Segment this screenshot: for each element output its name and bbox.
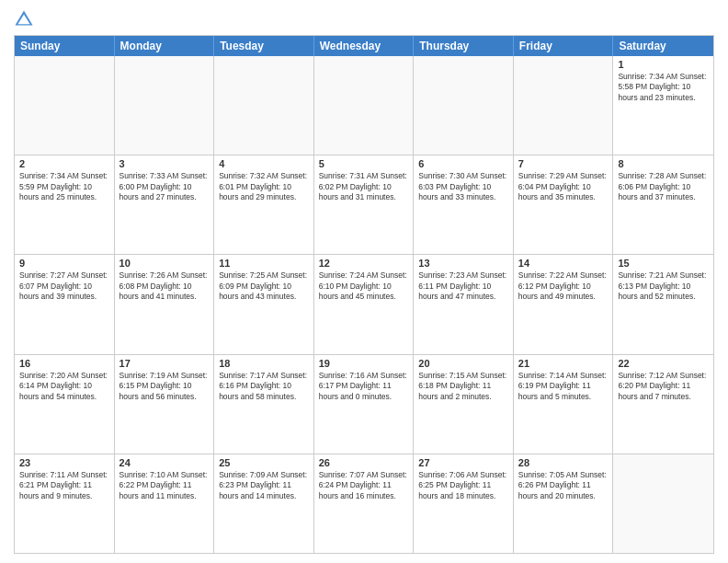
calendar-row: 1Sunrise: 7:34 AM Sunset: 5:58 PM Daylig… — [15, 56, 713, 155]
day-info: Sunrise: 7:34 AM Sunset: 5:58 PM Dayligh… — [618, 72, 709, 103]
day-info: Sunrise: 7:25 AM Sunset: 6:09 PM Dayligh… — [219, 270, 309, 302]
calendar-cell — [115, 56, 215, 155]
calendar-cell: 8Sunrise: 7:28 AM Sunset: 6:06 PM Daylig… — [613, 155, 713, 254]
calendar-cell: 1Sunrise: 7:34 AM Sunset: 5:58 PM Daylig… — [613, 56, 713, 155]
day-number: 25 — [219, 457, 309, 468]
calendar-cell: 13Sunrise: 7:23 AM Sunset: 6:11 PM Dayli… — [414, 255, 514, 353]
day-number: 19 — [319, 358, 409, 369]
calendar-row: 23Sunrise: 7:11 AM Sunset: 6:21 PM Dayli… — [15, 454, 713, 553]
day-number: 11 — [219, 258, 309, 269]
day-number: 16 — [19, 358, 109, 369]
day-number: 2 — [19, 158, 109, 169]
day-info: Sunrise: 7:07 AM Sunset: 6:24 PM Dayligh… — [319, 470, 409, 501]
day-number: 13 — [418, 258, 508, 269]
day-number: 9 — [19, 258, 109, 269]
calendar-cell: 3Sunrise: 7:33 AM Sunset: 6:00 PM Daylig… — [115, 155, 215, 254]
day-number: 26 — [319, 457, 409, 468]
day-info: Sunrise: 7:06 AM Sunset: 6:25 PM Dayligh… — [418, 470, 508, 501]
calendar-cell: 2Sunrise: 7:34 AM Sunset: 5:59 PM Daylig… — [15, 155, 115, 254]
day-number: 18 — [219, 358, 309, 369]
day-info: Sunrise: 7:21 AM Sunset: 6:13 PM Dayligh… — [618, 270, 709, 302]
day-info: Sunrise: 7:20 AM Sunset: 6:14 PM Dayligh… — [19, 371, 109, 402]
day-info: Sunrise: 7:09 AM Sunset: 6:23 PM Dayligh… — [219, 470, 309, 501]
calendar-cell: 12Sunrise: 7:24 AM Sunset: 6:10 PM Dayli… — [314, 255, 415, 353]
calendar-cell: 23Sunrise: 7:11 AM Sunset: 6:21 PM Dayli… — [15, 454, 115, 553]
calendar-cell — [15, 56, 115, 155]
calendar-cell: 15Sunrise: 7:21 AM Sunset: 6:13 PM Dayli… — [613, 255, 713, 353]
calendar-cell: 4Sunrise: 7:32 AM Sunset: 6:01 PM Daylig… — [214, 155, 314, 254]
calendar-body: 1Sunrise: 7:34 AM Sunset: 5:58 PM Daylig… — [15, 56, 713, 553]
weekday-header: Thursday — [414, 36, 514, 56]
day-info: Sunrise: 7:22 AM Sunset: 6:12 PM Dayligh… — [518, 270, 609, 302]
day-info: Sunrise: 7:33 AM Sunset: 6:00 PM Dayligh… — [119, 171, 210, 202]
day-info: Sunrise: 7:34 AM Sunset: 5:59 PM Dayligh… — [19, 171, 109, 202]
calendar-cell: 11Sunrise: 7:25 AM Sunset: 6:09 PM Dayli… — [214, 255, 314, 353]
day-number: 5 — [319, 158, 409, 169]
calendar-cell: 18Sunrise: 7:17 AM Sunset: 6:16 PM Dayli… — [214, 355, 314, 454]
calendar-cell: 17Sunrise: 7:19 AM Sunset: 6:15 PM Dayli… — [115, 355, 215, 454]
day-info: Sunrise: 7:29 AM Sunset: 6:04 PM Dayligh… — [518, 171, 609, 202]
weekday-header: Monday — [115, 36, 215, 56]
calendar-cell: 5Sunrise: 7:31 AM Sunset: 6:02 PM Daylig… — [314, 155, 415, 254]
day-number: 20 — [418, 358, 508, 369]
calendar-cell — [214, 56, 314, 155]
day-number: 6 — [418, 158, 508, 169]
weekday-header: Sunday — [15, 36, 115, 56]
day-info: Sunrise: 7:27 AM Sunset: 6:07 PM Dayligh… — [19, 270, 109, 302]
day-info: Sunrise: 7:23 AM Sunset: 6:11 PM Dayligh… — [418, 270, 508, 302]
weekday-header: Tuesday — [214, 36, 314, 56]
day-number: 12 — [319, 258, 409, 269]
calendar-cell: 27Sunrise: 7:06 AM Sunset: 6:25 PM Dayli… — [414, 454, 514, 553]
calendar-cell: 16Sunrise: 7:20 AM Sunset: 6:14 PM Dayli… — [15, 355, 115, 454]
calendar-cell: 21Sunrise: 7:14 AM Sunset: 6:19 PM Dayli… — [514, 355, 614, 454]
day-number: 3 — [119, 158, 210, 169]
day-info: Sunrise: 7:28 AM Sunset: 6:06 PM Dayligh… — [618, 171, 709, 202]
calendar-cell: 22Sunrise: 7:12 AM Sunset: 6:20 PM Dayli… — [613, 355, 713, 454]
day-number: 7 — [518, 158, 609, 169]
calendar-cell — [613, 454, 713, 553]
day-info: Sunrise: 7:15 AM Sunset: 6:18 PM Dayligh… — [418, 371, 508, 402]
day-info: Sunrise: 7:12 AM Sunset: 6:20 PM Dayligh… — [618, 371, 709, 402]
calendar-cell: 20Sunrise: 7:15 AM Sunset: 6:18 PM Dayli… — [414, 355, 514, 454]
weekday-header: Wednesday — [314, 36, 415, 56]
day-number: 21 — [518, 358, 609, 369]
day-number: 17 — [119, 358, 210, 369]
day-info: Sunrise: 7:14 AM Sunset: 6:19 PM Dayligh… — [518, 371, 609, 402]
calendar-cell — [314, 56, 415, 155]
calendar-row: 16Sunrise: 7:20 AM Sunset: 6:14 PM Dayli… — [15, 354, 713, 454]
day-info: Sunrise: 7:17 AM Sunset: 6:16 PM Dayligh… — [219, 371, 309, 402]
calendar: SundayMondayTuesdayWednesdayThursdayFrid… — [14, 35, 714, 554]
day-info: Sunrise: 7:32 AM Sunset: 6:01 PM Dayligh… — [219, 171, 309, 202]
calendar-cell: 6Sunrise: 7:30 AM Sunset: 6:03 PM Daylig… — [414, 155, 514, 254]
day-info: Sunrise: 7:16 AM Sunset: 6:17 PM Dayligh… — [319, 371, 409, 402]
calendar-cell — [514, 56, 614, 155]
day-number: 1 — [618, 59, 709, 70]
day-info: Sunrise: 7:19 AM Sunset: 6:15 PM Dayligh… — [119, 371, 210, 402]
day-info: Sunrise: 7:24 AM Sunset: 6:10 PM Dayligh… — [319, 270, 409, 302]
header — [14, 9, 714, 29]
calendar-row: 2Sunrise: 7:34 AM Sunset: 5:59 PM Daylig… — [15, 155, 713, 254]
day-number: 15 — [618, 258, 709, 269]
weekday-header: Saturday — [613, 36, 713, 56]
calendar-cell: 9Sunrise: 7:27 AM Sunset: 6:07 PM Daylig… — [15, 255, 115, 353]
calendar-row: 9Sunrise: 7:27 AM Sunset: 6:07 PM Daylig… — [15, 254, 713, 353]
logo — [14, 9, 38, 29]
day-info: Sunrise: 7:11 AM Sunset: 6:21 PM Dayligh… — [19, 470, 109, 501]
day-info: Sunrise: 7:30 AM Sunset: 6:03 PM Dayligh… — [418, 171, 508, 202]
calendar-header: SundayMondayTuesdayWednesdayThursdayFrid… — [15, 36, 713, 56]
calendar-cell: 7Sunrise: 7:29 AM Sunset: 6:04 PM Daylig… — [514, 155, 614, 254]
day-number: 22 — [618, 358, 709, 369]
day-number: 10 — [119, 258, 210, 269]
day-number: 23 — [19, 457, 109, 468]
calendar-cell — [414, 56, 514, 155]
day-info: Sunrise: 7:05 AM Sunset: 6:26 PM Dayligh… — [518, 470, 609, 501]
day-number: 24 — [119, 457, 210, 468]
calendar-cell: 14Sunrise: 7:22 AM Sunset: 6:12 PM Dayli… — [514, 255, 614, 353]
calendar-cell: 25Sunrise: 7:09 AM Sunset: 6:23 PM Dayli… — [214, 454, 314, 553]
day-info: Sunrise: 7:26 AM Sunset: 6:08 PM Dayligh… — [119, 270, 210, 302]
calendar-cell: 24Sunrise: 7:10 AM Sunset: 6:22 PM Dayli… — [115, 454, 215, 553]
day-number: 14 — [518, 258, 609, 269]
day-number: 4 — [219, 158, 309, 169]
day-number: 28 — [518, 457, 609, 468]
logo-icon — [14, 9, 34, 29]
